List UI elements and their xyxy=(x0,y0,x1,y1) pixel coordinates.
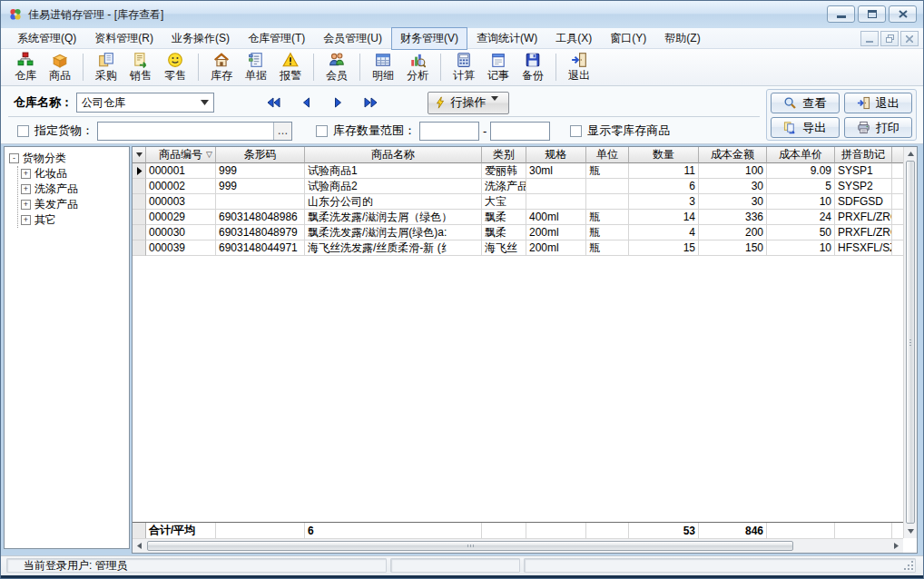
horizontal-scrollbar-thumb[interactable] xyxy=(147,541,793,551)
toolbar-button-calc[interactable]: 计算 xyxy=(447,50,481,84)
cell[interactable]: 飘柔洗发露/滋润去屑（绿色） xyxy=(305,210,482,225)
cell[interactable]: 海飞丝洗发露/丝质柔滑-新 (纟 xyxy=(305,240,482,256)
qty-from-input[interactable] xyxy=(419,122,479,141)
column-header-9[interactable]: 成本单价 xyxy=(767,147,835,163)
cell[interactable]: 9.09 xyxy=(767,163,835,179)
menu-item-4[interactable]: 仓库管理(T) xyxy=(239,27,314,50)
scroll-left-icon[interactable] xyxy=(133,539,146,553)
toolbar-button-alarm[interactable]: 报警 xyxy=(273,50,308,84)
cell[interactable]: 200ml xyxy=(526,240,586,256)
tree-item-root[interactable]: - 货物分类 xyxy=(6,151,127,166)
nav-first-button[interactable] xyxy=(264,95,282,110)
row-selector[interactable] xyxy=(133,210,146,225)
cell[interactable] xyxy=(892,225,903,240)
cell[interactable]: 400ml xyxy=(526,210,586,225)
action-button-view[interactable]: 查看 xyxy=(771,93,840,113)
menu-item-10[interactable]: 帮助(Z) xyxy=(655,27,709,50)
expand-icon[interactable]: + xyxy=(21,184,31,194)
cell[interactable]: 6 xyxy=(629,179,699,194)
toolbar-button-notes[interactable]: 记事 xyxy=(481,50,516,84)
cell[interactable]: 000029 xyxy=(146,210,216,225)
action-button-print[interactable]: 打印 xyxy=(844,117,913,138)
cell[interactable]: 30 xyxy=(699,179,767,194)
cell[interactable]: 15 xyxy=(629,240,699,256)
cell[interactable]: 5 xyxy=(767,179,835,194)
toolbar-button-warehouse[interactable]: 仓库 xyxy=(8,50,43,84)
cell[interactable]: 30 xyxy=(699,194,767,210)
menu-item-5[interactable]: 会员管理(U) xyxy=(314,27,391,50)
expand-icon[interactable]: + xyxy=(21,200,31,210)
vertical-scrollbar[interactable] xyxy=(903,147,917,538)
cell[interactable]: 大宝 xyxy=(482,194,526,210)
close-button[interactable] xyxy=(889,5,917,23)
cell[interactable] xyxy=(586,179,629,194)
toolbar-button-members[interactable]: 会员 xyxy=(319,50,354,84)
action-button-export[interactable]: 导出 xyxy=(771,117,840,138)
goods-checkbox[interactable] xyxy=(17,125,29,137)
menu-item-3[interactable]: 业务操作(S) xyxy=(162,27,239,50)
vertical-scrollbar-thumb[interactable] xyxy=(906,161,915,524)
cell[interactable]: 000003 xyxy=(146,194,216,210)
mdi-minimize-button[interactable] xyxy=(860,31,879,46)
table-row[interactable]: 0000296903148048986飘柔洗发露/滋润去屑（绿色）飘柔400ml… xyxy=(133,210,903,225)
column-header-6[interactable]: 单位 xyxy=(586,147,629,163)
cell[interactable]: 10 xyxy=(767,194,835,210)
warehouse-select[interactable]: 公司仓库 xyxy=(76,93,214,113)
cell[interactable]: 999 xyxy=(216,163,305,179)
nav-last-button[interactable] xyxy=(362,95,380,110)
cell[interactable]: 海飞丝 xyxy=(482,240,526,256)
cell[interactable]: 飘柔 xyxy=(482,210,526,225)
cell[interactable]: 200 xyxy=(699,225,767,240)
cell[interactable] xyxy=(216,194,305,210)
column-header-8[interactable]: 成本金额 xyxy=(699,147,767,163)
resize-grip[interactable] xyxy=(903,560,914,571)
menu-item-2[interactable]: 资料管理(R) xyxy=(85,27,162,50)
row-selector[interactable] xyxy=(133,194,146,210)
cell[interactable]: 11 xyxy=(629,163,699,179)
cell[interactable]: 000002 xyxy=(146,179,216,194)
column-header-11[interactable]: 期初 xyxy=(892,147,903,163)
cell[interactable]: 14 xyxy=(629,210,699,225)
menu-item-6[interactable]: 财务管理(V) xyxy=(391,27,467,50)
table-row[interactable]: 0000306903148048979飘柔洗发露/滋润去屑(绿色)a:飘柔200… xyxy=(133,225,903,240)
cell[interactable]: 000039 xyxy=(146,240,216,256)
row-selector[interactable] xyxy=(133,240,146,256)
menu-item-9[interactable]: 窗口(Y) xyxy=(601,27,655,50)
cell[interactable]: 6903148048979 xyxy=(216,225,305,240)
toolbar-button-analysis[interactable]: 分析 xyxy=(400,50,435,84)
cell[interactable]: 瓶 xyxy=(586,225,629,240)
cell[interactable]: 3 xyxy=(629,194,699,210)
cell[interactable]: 爱丽韩 xyxy=(482,163,526,179)
cell[interactable]: 试验商品1 xyxy=(305,163,482,179)
tree-item-4[interactable]: +其它 xyxy=(18,212,127,228)
cell[interactable]: 山东分公司的 xyxy=(305,194,482,210)
toolbar-button-docs[interactable]: 单据 xyxy=(239,50,273,84)
cell[interactable]: 100 xyxy=(699,163,767,179)
toolbar-button-sales[interactable]: 销售 xyxy=(123,50,158,84)
cell[interactable] xyxy=(526,194,586,210)
active-row-pointer-icon[interactable] xyxy=(133,163,146,179)
tree-item-3[interactable]: +美发产品 xyxy=(18,197,127,212)
zero-stock-checkbox[interactable] xyxy=(570,125,582,137)
cell[interactable]: 瓶 xyxy=(586,210,629,225)
column-header-3[interactable]: 商品名称 xyxy=(305,147,482,163)
mdi-restore-button[interactable] xyxy=(880,31,899,46)
toolbar-button-backup[interactable]: 备份 xyxy=(516,50,550,84)
cell[interactable] xyxy=(892,179,903,194)
column-header-4[interactable]: 类别 xyxy=(482,147,526,163)
expand-icon[interactable]: + xyxy=(21,215,31,225)
minimize-button[interactable] xyxy=(827,5,855,23)
cell[interactable]: 10 xyxy=(767,240,835,256)
cell[interactable] xyxy=(526,179,586,194)
maximize-button[interactable] xyxy=(858,5,886,23)
table-row[interactable]: 000003山东分公司的大宝33010SDFGSD xyxy=(133,194,903,210)
column-header-1[interactable]: 商品编号▽ xyxy=(146,147,216,163)
qty-range-checkbox[interactable] xyxy=(316,125,328,137)
expand-icon[interactable]: + xyxy=(21,169,31,179)
cell[interactable]: SDFGSD xyxy=(835,194,892,210)
cell[interactable]: 000001 xyxy=(146,163,216,179)
goods-browse-button[interactable]: … xyxy=(273,123,291,140)
row-selector[interactable] xyxy=(133,179,146,194)
mdi-close-button[interactable] xyxy=(900,31,919,46)
cell[interactable] xyxy=(892,210,903,225)
